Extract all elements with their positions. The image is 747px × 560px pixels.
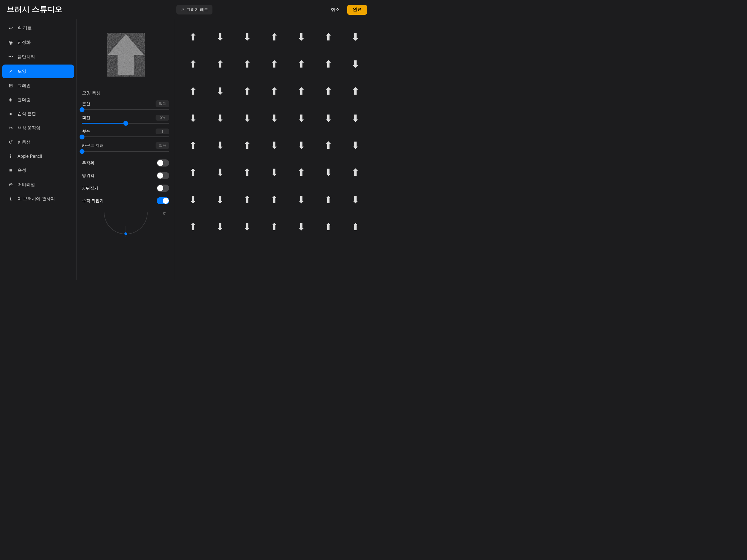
- sidebar-item-shape[interactable]: ✳모양: [2, 65, 74, 78]
- sidebar-label-about: 이 브러시에 관하여: [18, 196, 55, 202]
- brush-cell-16[interactable]: ⬆: [235, 79, 259, 104]
- brush-cell-18[interactable]: ⬆: [289, 79, 314, 104]
- brush-cell-4[interactable]: ⬇: [289, 25, 314, 50]
- property-name-rotation: 회전: [82, 115, 90, 120]
- brush-cell-41[interactable]: ⬆: [343, 160, 368, 185]
- slider-count-jitter[interactable]: [82, 151, 169, 152]
- sidebar-item-about[interactable]: ℹ이 브러시에 관하여: [2, 192, 74, 206]
- brush-cell-24[interactable]: ⬇: [262, 106, 287, 131]
- brush-cell-50[interactable]: ⬇: [208, 214, 232, 239]
- slider-count[interactable]: [82, 136, 169, 137]
- arrow-21: ⬇: [189, 113, 197, 124]
- brush-cell-20[interactable]: ⬆: [343, 79, 368, 104]
- brush-cell-12[interactable]: ⬆: [316, 52, 341, 77]
- brush-cell-26[interactable]: ⬇: [316, 106, 341, 131]
- slider-thumb-rotation[interactable]: [123, 121, 128, 126]
- sidebar-item-properties[interactable]: ≡속성: [2, 164, 74, 177]
- toggle-name-flip-v: 수직 뒤집기: [82, 198, 104, 203]
- toggle-row-flip-x: X 뒤집기: [82, 182, 169, 195]
- brush-cell-14[interactable]: ⬆: [180, 79, 205, 104]
- brush-cell-13[interactable]: ⬇: [343, 52, 368, 77]
- brush-cell-28[interactable]: ⬆: [180, 133, 205, 158]
- brush-cell-46[interactable]: ⬇: [289, 187, 314, 212]
- brush-cell-7[interactable]: ⬆: [180, 52, 205, 77]
- property-value-count-jitter: 없음: [156, 142, 169, 149]
- brush-cell-0[interactable]: ⬆: [180, 25, 205, 50]
- brush-cell-42[interactable]: ⬇: [180, 187, 205, 212]
- brush-cell-47[interactable]: ⬆: [316, 187, 341, 212]
- toggle-switch-flip-v[interactable]: [157, 197, 169, 204]
- sidebar-item-apple-pencil[interactable]: ℹApple Pencil: [2, 150, 74, 163]
- brush-cell-8[interactable]: ⬆: [208, 52, 232, 77]
- dial-circle[interactable]: [104, 212, 148, 234]
- arrow-32: ⬇: [297, 140, 305, 151]
- toggle-switch-azimuth[interactable]: [157, 172, 169, 179]
- brush-cell-30[interactable]: ⬆: [235, 133, 259, 158]
- slider-thumb-count-jitter[interactable]: [80, 149, 84, 154]
- slider-scatter[interactable]: [82, 109, 169, 110]
- brush-cell-9[interactable]: ⬆: [235, 52, 259, 77]
- brush-cell-40[interactable]: ⬇: [316, 160, 341, 185]
- sidebar-item-grain[interactable]: ⊞그레인: [2, 79, 74, 93]
- brush-cell-31[interactable]: ⬇: [262, 133, 287, 158]
- brush-cell-1[interactable]: ⬇: [208, 25, 232, 50]
- done-button[interactable]: 완료: [347, 5, 367, 15]
- drawing-pad-button[interactable]: ↗ 그리기 패드: [176, 5, 212, 15]
- slider-thumb-count[interactable]: [80, 134, 84, 139]
- brush-cell-17[interactable]: ⬆: [262, 79, 287, 104]
- cancel-button[interactable]: 취소: [327, 5, 344, 15]
- brush-cell-22[interactable]: ⬇: [208, 106, 232, 131]
- brush-cell-51[interactable]: ⬇: [235, 214, 259, 239]
- brush-cell-54[interactable]: ⬆: [316, 214, 341, 239]
- brush-cell-27[interactable]: ⬇: [343, 106, 368, 131]
- brush-cell-6[interactable]: ⬇: [343, 25, 368, 50]
- sidebar-item-color-dynamics[interactable]: ✂색상 움직임: [2, 121, 74, 135]
- brush-cell-5[interactable]: ⬆: [316, 25, 341, 50]
- brush-cell-25[interactable]: ⬇: [289, 106, 314, 131]
- sidebar-item-rendering[interactable]: ◈렌더링: [2, 93, 74, 107]
- brush-cell-38[interactable]: ⬇: [262, 160, 287, 185]
- brush-cell-15[interactable]: ⬇: [208, 79, 232, 104]
- dial-dot[interactable]: [124, 232, 127, 235]
- brush-cell-49[interactable]: ⬆: [180, 214, 205, 239]
- arrow-27: ⬇: [351, 113, 360, 124]
- brush-cell-33[interactable]: ⬆: [316, 133, 341, 158]
- dial-area: 0°: [82, 207, 169, 237]
- brush-cell-53[interactable]: ⬇: [289, 214, 314, 239]
- brush-cell-11[interactable]: ⬆: [289, 52, 314, 77]
- brush-cell-48[interactable]: ⬇: [343, 187, 368, 212]
- brush-cell-44[interactable]: ⬆: [235, 187, 259, 212]
- brush-cell-55[interactable]: ⬆: [343, 214, 368, 239]
- brush-cell-29[interactable]: ⬇: [208, 133, 232, 158]
- sidebar-item-end-treatment[interactable]: 〜끝단처리: [2, 50, 74, 64]
- property-value-rotation: 0%: [156, 115, 169, 121]
- slider-rotation[interactable]: [82, 123, 169, 124]
- brush-cell-39[interactable]: ⬆: [289, 160, 314, 185]
- sidebar-item-stroke-path[interactable]: ↩획 경로: [2, 21, 74, 35]
- slider-thumb-scatter[interactable]: [80, 107, 84, 112]
- sidebar-item-variation[interactable]: ↺변동성: [2, 135, 74, 149]
- brush-cell-23[interactable]: ⬇: [235, 106, 259, 131]
- material-icon: ⊛: [8, 182, 14, 187]
- brush-cell-36[interactable]: ⬇: [208, 160, 232, 185]
- brush-cell-21[interactable]: ⬇: [180, 106, 205, 131]
- brush-cell-3[interactable]: ⬆: [262, 25, 287, 50]
- brush-cell-45[interactable]: ⬆: [262, 187, 287, 212]
- sidebar-item-material[interactable]: ⊛머티리얼: [2, 178, 74, 192]
- toggle-switch-random[interactable]: [157, 159, 169, 167]
- arrow-0: ⬆: [189, 31, 197, 43]
- brush-cell-19[interactable]: ⬆: [316, 79, 341, 104]
- sidebar-item-wet-mix[interactable]: ●습식 혼합: [2, 107, 74, 121]
- brush-cell-32[interactable]: ⬇: [289, 133, 314, 158]
- toggle-switch-flip-x[interactable]: [157, 184, 169, 192]
- arrow-36: ⬇: [216, 167, 224, 178]
- brush-cell-52[interactable]: ⬆: [262, 214, 287, 239]
- brush-cell-35[interactable]: ⬆: [180, 160, 205, 185]
- arrow-11: ⬆: [297, 58, 305, 70]
- brush-cell-10[interactable]: ⬆: [262, 52, 287, 77]
- brush-cell-34[interactable]: ⬇: [343, 133, 368, 158]
- brush-cell-43[interactable]: ⬇: [208, 187, 232, 212]
- brush-cell-37[interactable]: ⬆: [235, 160, 259, 185]
- brush-cell-2[interactable]: ⬇: [235, 25, 259, 50]
- sidebar-item-stabilization[interactable]: ◉안정화: [2, 35, 74, 49]
